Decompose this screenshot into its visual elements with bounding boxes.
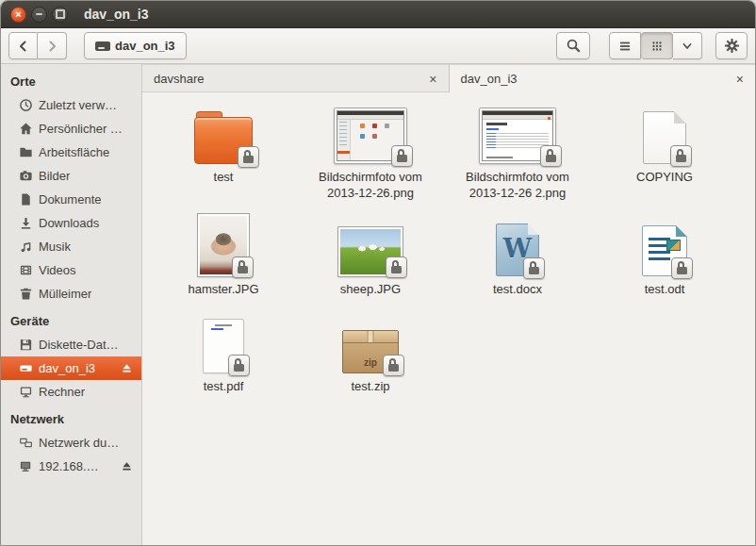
sidebar-item-floppy[interactable]: Diskette-Dat…: [1, 333, 141, 356]
file-thumbnail: [194, 100, 253, 164]
maximize-icon: [56, 9, 65, 19]
eject-button[interactable]: [121, 362, 133, 374]
trash-icon: [19, 287, 33, 301]
tab-close-button[interactable]: ×: [736, 73, 744, 86]
forward-button[interactable]: [38, 32, 67, 59]
sidebar-item-desktop[interactable]: Arbeitsfläche: [1, 141, 141, 164]
archive-box-icon: zip: [342, 330, 399, 373]
navigation-buttons: [8, 32, 67, 59]
sidebar-item-pictures[interactable]: Bilder: [1, 164, 141, 188]
tab-dav-on-i3[interactable]: dav_on_i3 ×: [450, 64, 756, 92]
location-path-button[interactable]: dav_on_i3: [84, 32, 187, 59]
pdf-document-icon: [203, 319, 244, 373]
folder-icon: [19, 145, 33, 159]
file-item-copying[interactable]: COPYING: [591, 100, 738, 201]
mini-icon: [372, 134, 377, 139]
sidebar-item-recent[interactable]: Zuletzt verw…: [1, 93, 141, 117]
file-item-hamster[interactable]: hamster.JPG: [150, 212, 297, 298]
sidebar-item-music[interactable]: Musik: [1, 235, 141, 258]
sidebar-item-downloads[interactable]: Downloads: [1, 211, 141, 235]
file-name: sheep.JPG: [340, 282, 401, 298]
sidebar-item-label: Dokumente: [39, 192, 101, 207]
sidebar-item-videos[interactable]: Videos: [1, 258, 141, 282]
file-item-test-folder[interactable]: test: [150, 100, 297, 201]
window-maximize-button[interactable]: [52, 7, 68, 23]
mini-icon: [385, 124, 389, 128]
file-thumbnail: [203, 309, 244, 373]
padlock-glyph: [238, 266, 248, 273]
screenshot-image-icon: [334, 108, 407, 164]
settings-menu-button[interactable]: [715, 32, 748, 59]
titlebar[interactable]: × dav_on_i3: [1, 1, 755, 28]
lock-emblem-icon: [670, 145, 692, 167]
sidebar-heading-places: Orte: [1, 66, 141, 93]
lock-emblem-icon: [238, 146, 259, 168]
file-name: hamster.JPG: [188, 282, 258, 298]
mini-toolbar: [483, 115, 552, 120]
tab-bar: davshare × dav_on_i3 ×: [142, 64, 755, 92]
file-item-zip[interactable]: zip test.zip: [297, 309, 444, 395]
film-icon: [19, 263, 33, 277]
file-name: Bildschirmfoto vom 2013-12-26 2.png: [449, 170, 586, 201]
file-item-odt[interactable]: test.odt: [591, 212, 738, 298]
file-name: Bildschirmfoto vom 2013-12-26.png: [302, 170, 439, 201]
back-button[interactable]: [8, 32, 38, 59]
sidebar-item-home[interactable]: Persönlicher …: [1, 117, 141, 141]
file-item-sheep[interactable]: sheep.JPG: [297, 212, 444, 298]
tab-davshare[interactable]: davshare ×: [142, 64, 450, 92]
text-file-icon: [643, 111, 686, 164]
folder-icon: [194, 117, 253, 164]
grid-view-button[interactable]: [641, 32, 673, 59]
window-close-button[interactable]: ×: [10, 7, 26, 23]
list-view-button[interactable]: [609, 32, 641, 59]
sidebar-item-label: Zuletzt verw…: [39, 98, 117, 112]
window-minimize-button[interactable]: [31, 7, 47, 23]
lock-emblem-icon: [523, 257, 545, 279]
sidebar-item-label: Downloads: [39, 216, 99, 230]
sidebar-item-trash[interactable]: Mülleimer: [1, 282, 141, 306]
file-item-screenshot-1[interactable]: Bildschirmfoto vom 2013-12-26.png: [297, 100, 444, 201]
gear-icon: [724, 38, 740, 54]
photo-image-icon: [198, 214, 249, 276]
sidebar-item-label: Netzwerk du…: [39, 436, 119, 450]
padlock-glyph: [676, 155, 686, 162]
lock-emblem-icon: [540, 145, 562, 167]
lock-emblem-icon: [232, 256, 254, 278]
search-button[interactable]: [556, 32, 590, 59]
chevron-down-icon: [681, 40, 694, 53]
toolbar: dav_on_i3: [1, 28, 755, 64]
mini-heading: [486, 123, 507, 125]
drive-icon: [95, 41, 110, 51]
sidebar-item-documents[interactable]: Dokumente: [1, 188, 141, 211]
mini-sidebar: [337, 120, 351, 160]
sidebar-item-label: Diskette-Dat…: [39, 338, 119, 352]
padlock-glyph: [243, 156, 254, 163]
eject-button[interactable]: [121, 460, 133, 472]
sidebar-item-network-share[interactable]: 192.168.…: [1, 455, 141, 478]
photo-image-icon: [338, 227, 403, 276]
sidebar-item-browse-network[interactable]: Netzwerk du…: [1, 431, 141, 455]
file-item-docx[interactable]: W test.docx: [444, 212, 591, 298]
sidebar-item-dav-on-i3[interactable]: dav_on_i3: [1, 356, 141, 380]
floppy-icon: [19, 338, 33, 352]
minimize-icon: [36, 13, 42, 15]
padlock-glyph: [234, 364, 244, 372]
tab-close-button[interactable]: ×: [429, 73, 436, 86]
file-name: test.zip: [351, 379, 389, 395]
file-name: COPYING: [636, 170, 693, 186]
file-item-screenshot-2[interactable]: Bildschirmfoto vom 2013-12-26 2.png: [444, 100, 591, 201]
lock-emblem-icon: [391, 145, 413, 167]
view-toggle-group: [609, 32, 702, 59]
file-thumbnail: W: [496, 212, 539, 276]
mini-icon: [360, 124, 365, 128]
zip-label-glyph: zip: [364, 357, 377, 368]
sidebar-item-computer[interactable]: Rechner: [1, 380, 141, 404]
list-view-icon: [617, 39, 633, 54]
file-item-pdf[interactable]: test.pdf: [150, 309, 297, 395]
word-document-icon: W: [496, 223, 539, 276]
view-options-dropdown-button[interactable]: [673, 32, 702, 59]
lock-emblem-icon: [228, 355, 250, 376]
tab-label: dav_on_i3: [461, 72, 518, 86]
padlock-glyph: [388, 364, 399, 372]
file-name: test.odt: [645, 282, 685, 298]
